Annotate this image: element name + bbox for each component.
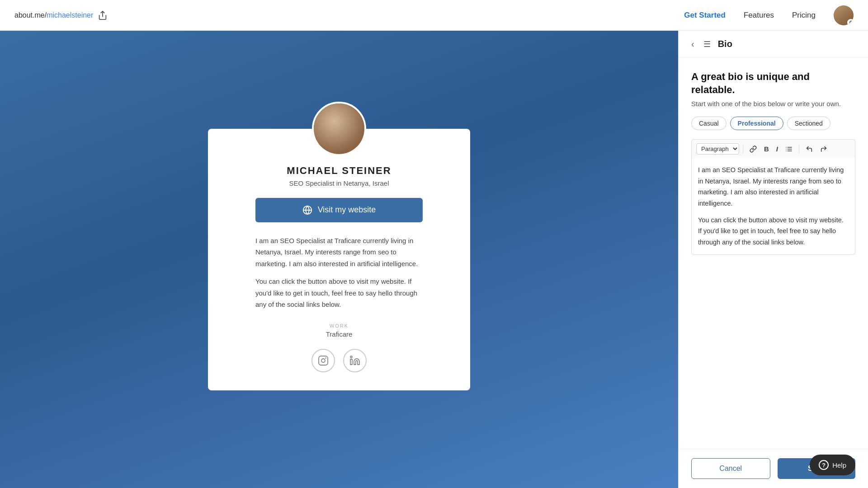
svg-point-7 xyxy=(350,356,352,358)
editor-content[interactable]: I am an SEO Specialist at Traficare curr… xyxy=(691,158,855,254)
profile-card: MICHAEL STEINER SEO Specialist in Netany… xyxy=(208,129,470,390)
cancel-button[interactable]: Cancel xyxy=(691,458,770,479)
toolbar-divider-1 xyxy=(743,145,743,154)
panel-header: ‹ ☰ Bio xyxy=(679,31,868,58)
breadcrumb: about.me/michaelsteiner xyxy=(14,11,93,19)
work-section: WORK Traficare xyxy=(326,323,353,338)
right-panel: ‹ ☰ Bio A great bio is unique and relata… xyxy=(678,31,868,488)
tab-casual[interactable]: Casual xyxy=(691,117,726,130)
share-icon[interactable] xyxy=(98,10,108,20)
link-toolbar-btn[interactable] xyxy=(747,145,760,154)
bio-para-1: I am an SEO Specialist at Traficare curr… xyxy=(255,235,423,270)
redo-toolbar-btn[interactable] xyxy=(817,145,830,154)
style-tabs: Casual Professional Sectioned xyxy=(691,117,855,130)
nav-pricing[interactable]: Pricing xyxy=(792,11,816,20)
profile-bio: I am an SEO Specialist at Traficare curr… xyxy=(255,235,423,310)
bio-icon: ☰ xyxy=(703,39,711,49)
main-content: MICHAEL STEINER SEO Specialist in Netany… xyxy=(0,31,868,488)
nav-right: Get Started Features Pricing ⚙ xyxy=(684,5,854,25)
link-icon xyxy=(750,145,757,153)
avatar-photo xyxy=(314,103,364,154)
nav-left: about.me/michaelsteiner xyxy=(14,10,684,20)
tab-professional[interactable]: Professional xyxy=(730,117,783,130)
undo-toolbar-btn[interactable] xyxy=(803,145,816,154)
bio-para-2: You can click the button above to visit … xyxy=(255,276,423,310)
svg-rect-6 xyxy=(350,359,352,365)
profile-avatar-wrap xyxy=(312,102,366,156)
redo-icon xyxy=(820,145,827,153)
profile-avatar xyxy=(312,102,366,156)
help-label: Help xyxy=(832,461,846,469)
panel-body: A great bio is unique and relatable. Sta… xyxy=(679,58,868,449)
svg-rect-3 xyxy=(319,356,328,365)
panel-title: Bio xyxy=(718,39,732,49)
bio-subtext: Start with one of the bios below or writ… xyxy=(691,100,855,108)
help-button[interactable]: ? Help xyxy=(810,455,855,475)
social-links xyxy=(311,349,367,372)
editor-para-1[interactable]: I am an SEO Specialist at Traficare curr… xyxy=(698,164,849,209)
visit-website-button[interactable]: Visit my website xyxy=(255,198,423,222)
svg-point-4 xyxy=(321,359,325,362)
editor-para-2[interactable]: You can click the button above to visit … xyxy=(698,215,849,248)
top-navigation: about.me/michaelsteiner Get Started Feat… xyxy=(0,0,868,31)
visit-btn-label: Visit my website xyxy=(318,205,376,215)
avatar[interactable]: ⚙ xyxy=(834,5,854,25)
linkedin-icon xyxy=(349,355,360,366)
list-toolbar-btn[interactable] xyxy=(783,145,795,154)
nav-features[interactable]: Features xyxy=(744,11,774,20)
preview-area: MICHAEL STEINER SEO Specialist in Netany… xyxy=(0,31,678,488)
work-label: WORK xyxy=(326,323,353,328)
gear-icon: ⚙ xyxy=(847,19,854,25)
nav-get-started[interactable]: Get Started xyxy=(684,11,726,20)
linkedin-button[interactable] xyxy=(343,349,367,372)
back-button[interactable]: ‹ xyxy=(689,37,696,51)
bold-toolbar-btn[interactable]: B xyxy=(761,144,772,154)
profile-subtitle: SEO Specialist in Netanya, Israel xyxy=(289,179,389,187)
work-value: Traficare xyxy=(326,330,353,338)
editor-toolbar: Paragraph B I xyxy=(691,139,855,158)
instagram-button[interactable] xyxy=(311,349,335,372)
svg-point-5 xyxy=(326,358,326,358)
list-icon xyxy=(785,145,793,153)
tab-sectioned[interactable]: Sectioned xyxy=(787,117,830,130)
breadcrumb-username: michaelsteiner xyxy=(47,11,93,19)
undo-icon xyxy=(806,145,813,153)
help-circle-icon: ? xyxy=(819,460,829,470)
italic-toolbar-btn[interactable]: I xyxy=(774,144,781,154)
toolbar-divider-2 xyxy=(799,145,799,154)
profile-name: MICHAEL STEINER xyxy=(287,165,391,177)
globe-icon xyxy=(302,205,312,215)
bio-heading: A great bio is unique and relatable. xyxy=(691,70,855,96)
paragraph-select[interactable]: Paragraph xyxy=(696,143,739,155)
instagram-icon xyxy=(318,355,329,366)
